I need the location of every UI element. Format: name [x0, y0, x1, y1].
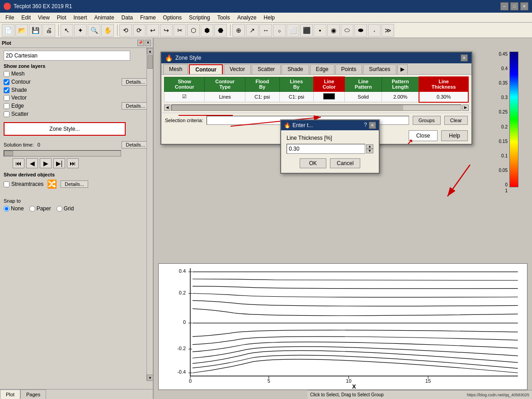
scroll-left-button[interactable]: ◀ — [164, 104, 170, 111]
enter-dialog-question[interactable]: ? — [364, 122, 367, 129]
play-button[interactable]: ▶ — [40, 158, 52, 168]
zone-style-close-button[interactable]: ✕ — [461, 54, 468, 62]
cell-pattern[interactable]: Solid — [344, 91, 381, 102]
tool12[interactable]: ⬦ — [273, 24, 286, 37]
edge-checkbox[interactable] — [4, 103, 9, 109]
mesh-checkbox[interactable] — [4, 71, 9, 77]
tab-contour[interactable]: Contour — [189, 64, 223, 74]
menu-analyze[interactable]: Analyze — [234, 14, 260, 22]
help-button[interactable]: Help — [441, 130, 468, 141]
open-button[interactable]: 📂 — [15, 24, 28, 37]
tool7[interactable]: ⬢ — [201, 24, 213, 37]
save-button[interactable]: 💾 — [29, 24, 42, 37]
tool19[interactable]: ⬫ — [368, 24, 381, 37]
enter-dialog-close-button[interactable]: ✕ — [369, 122, 376, 129]
panel-close-button[interactable]: ✕ — [145, 40, 151, 46]
thickness-input[interactable] — [287, 144, 365, 154]
tool15[interactable]: ▪ — [314, 24, 326, 37]
snap-none[interactable]: None — [4, 205, 24, 212]
play-last-button[interactable]: ⏭ — [67, 158, 79, 168]
solution-details-button[interactable]: Details... — [122, 141, 149, 148]
menu-data[interactable]: Data — [118, 14, 137, 22]
cell-thickness[interactable]: 0.30% — [419, 91, 468, 102]
title-bar-controls[interactable]: ─ □ ✕ — [500, 2, 528, 10]
cell-type[interactable]: Lines — [205, 91, 245, 102]
tool11[interactable]: ↔ — [259, 24, 272, 37]
spin-down-button[interactable]: ▼ — [366, 149, 373, 153]
tool8[interactable]: ⬣ — [214, 24, 227, 37]
minimize-button[interactable]: ─ — [500, 2, 508, 10]
menu-frame[interactable]: Frame — [137, 14, 160, 22]
scroll-down-btn[interactable]: ▼ — [147, 375, 153, 381]
tool10[interactable]: ↗ — [246, 24, 259, 37]
play-prev-button[interactable]: ◀ — [26, 158, 38, 168]
panel-controls[interactable]: 📌 ✕ — [137, 40, 151, 46]
scatter-checkbox[interactable] — [4, 111, 9, 117]
cell-length[interactable]: 2.00% — [382, 91, 419, 102]
tab-plot[interactable]: Plot — [0, 390, 20, 399]
tool17[interactable]: ⬭ — [341, 24, 353, 37]
tool2[interactable]: ⟳ — [133, 24, 146, 37]
pan-button[interactable]: ✋ — [101, 24, 114, 37]
streamtrace-details-button[interactable]: Details... — [61, 180, 88, 188]
tab-more[interactable]: ▶ — [397, 64, 408, 74]
tool3[interactable]: ↩ — [146, 24, 159, 37]
tab-mesh[interactable]: Mesh — [163, 64, 188, 74]
tool5[interactable]: ✂ — [174, 24, 186, 37]
cell-color[interactable] — [314, 91, 345, 102]
menu-view[interactable]: View — [34, 14, 53, 22]
scroll-thumb[interactable] — [147, 55, 153, 69]
groups-button[interactable]: Groups — [413, 116, 441, 125]
panel-pin-button[interactable]: 📌 — [137, 40, 144, 46]
tool13[interactable]: ⬜ — [287, 24, 299, 37]
plot-type-dropdown[interactable]: 2D Cartesian — [4, 51, 130, 61]
menu-edit[interactable]: Edit — [18, 14, 34, 22]
close-window-button[interactable]: ✕ — [520, 2, 528, 10]
play-first-button[interactable]: ⏮ — [13, 158, 24, 168]
select2-button[interactable]: ✦ — [74, 24, 87, 37]
maximize-button[interactable]: □ — [510, 2, 518, 10]
scroll-right-button[interactable]: ▶ — [462, 104, 469, 111]
menu-insert[interactable]: Insert — [70, 14, 91, 22]
tool4[interactable]: ↪ — [160, 24, 173, 37]
cell-flood[interactable]: C1: psi — [245, 91, 279, 102]
clear-button[interactable]: Clear — [444, 116, 468, 125]
contour-details-button[interactable]: Details... — [122, 78, 149, 86]
scroll-up-btn[interactable]: ▲ — [147, 48, 153, 54]
panel-scrollbar[interactable]: ▲ ▼ — [146, 48, 153, 381]
tab-points[interactable]: Points — [335, 64, 362, 74]
spin-up-button[interactable]: ▲ — [366, 144, 373, 149]
menu-animate[interactable]: Animate — [91, 14, 118, 22]
tool18[interactable]: ⬬ — [354, 24, 367, 37]
plot-type-select[interactable]: 2D Cartesian — [4, 51, 130, 61]
select-button[interactable]: ↖ — [61, 24, 73, 37]
snap-paper[interactable]: Paper — [29, 205, 51, 212]
zoom-button[interactable]: 🔍 — [88, 24, 100, 37]
cell-show[interactable]: ☑ — [165, 91, 205, 102]
menu-tools[interactable]: Tools — [214, 14, 234, 22]
new-button[interactable]: 📄 — [2, 24, 14, 37]
tool20[interactable]: ≫ — [381, 24, 394, 37]
tab-edge[interactable]: Edge — [310, 64, 334, 74]
menu-plot[interactable]: Plot — [53, 14, 70, 22]
tool14[interactable]: ⬛ — [300, 24, 313, 37]
cell-lines[interactable]: C1: psi — [279, 91, 314, 102]
tool16[interactable]: ◉ — [327, 24, 340, 37]
edge-details-button[interactable]: Details... — [122, 102, 149, 109]
tab-shade[interactable]: Shade — [282, 64, 309, 74]
print-button[interactable]: 🖨 — [42, 24, 55, 37]
solution-scroll-thumb[interactable] — [4, 151, 13, 156]
menu-help[interactable]: Help — [260, 14, 278, 22]
tab-surfaces[interactable]: Surfaces — [363, 64, 396, 74]
ok-button[interactable]: OK — [300, 158, 326, 168]
tab-scatter[interactable]: Scatter — [252, 64, 281, 74]
snap-grid[interactable]: Grid — [56, 205, 74, 212]
vector-checkbox[interactable] — [4, 95, 9, 101]
cancel-button[interactable]: Cancel — [330, 158, 360, 168]
tool1[interactable]: ⟲ — [119, 24, 132, 37]
menu-options[interactable]: Options — [160, 14, 185, 22]
menu-file[interactable]: File — [2, 14, 18, 22]
shade-checkbox[interactable] — [4, 87, 9, 93]
solution-scrollbar[interactable] — [4, 150, 121, 157]
streamtrace-checkbox[interactable] — [4, 181, 9, 187]
